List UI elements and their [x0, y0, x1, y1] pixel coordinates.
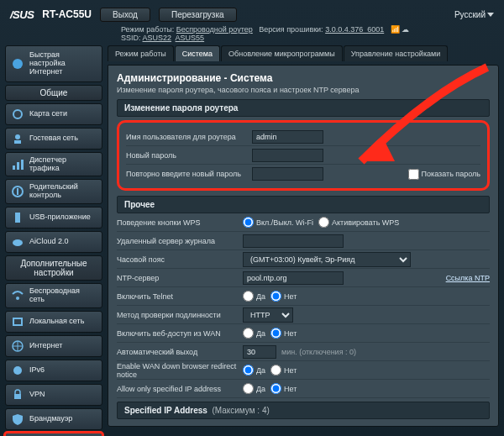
wps-activate[interactable]: Активировать WPS [318, 217, 399, 228]
onlyip-yes[interactable]: Да [243, 383, 265, 394]
telnet-no[interactable]: Нет [270, 291, 297, 302]
cloud-icon: ☁ [402, 25, 409, 34]
ipv6-icon [11, 364, 24, 377]
shield-icon [11, 412, 24, 426]
auth-select[interactable]: HTTP [243, 307, 293, 323]
map-icon [11, 108, 24, 121]
onlyip-label: Allow only specified IP address [117, 385, 243, 393]
svg-rect-6 [21, 160, 24, 170]
traffic-icon [11, 158, 24, 171]
tz-label: Часовой пояс [117, 255, 243, 264]
globe-icon [11, 339, 24, 353]
app-icon: 📶 [391, 25, 400, 34]
sidebar-heading-advanced: Дополнительные настройки [5, 255, 102, 281]
auth-label: Метод проверки подлинности [117, 311, 243, 319]
svg-rect-5 [17, 162, 19, 170]
autologout-input[interactable] [243, 345, 276, 359]
sidebar-item-administration[interactable]: Администри-рование [5, 433, 102, 436]
autologout-hint: мин. (отключения : 0) [281, 348, 356, 356]
svg-point-11 [16, 297, 19, 300]
ntp-input[interactable] [243, 271, 344, 285]
section-misc: Прочее [117, 196, 490, 213]
newpass-label: Новый пароль [126, 151, 252, 160]
section-password: Изменение пароля роутера [117, 99, 490, 117]
svg-rect-8 [17, 188, 18, 195]
svg-rect-15 [14, 394, 21, 399]
showpass-checkbox[interactable]: Показать пароль [408, 169, 480, 180]
wan-yes[interactable]: Да [243, 328, 265, 339]
redir-label: Enable WAN down browser redirect notice [117, 362, 243, 379]
username-input[interactable] [252, 130, 323, 144]
sidebar-item-ipv6[interactable]: IPv6 [5, 360, 102, 381]
language-label: Русский [454, 10, 486, 19]
sidebar-item-parental[interactable]: Родительский контроль [5, 179, 102, 204]
svg-point-14 [13, 366, 22, 375]
page-subtitle: Изменение пароля роутера, часового пояса… [117, 86, 490, 94]
sidebar-item-lan[interactable]: Локальная сеть [5, 311, 102, 333]
logo: /SUS [10, 8, 34, 21]
timezone-select[interactable]: (GMT+03:00) Кувейт, Эр-Рияд [243, 252, 411, 267]
page-title: Администрирование - Система [117, 72, 490, 84]
section-spec-ip: Specified IP Address (Макcимум : 4) [117, 402, 490, 419]
svg-point-1 [13, 110, 22, 118]
sidebar-item-guest[interactable]: Гостевая сеть [5, 128, 102, 150]
svg-point-10 [13, 239, 23, 246]
onlyip-no[interactable]: Нет [270, 383, 297, 394]
sidebar-item-usb[interactable]: USB-приложение [5, 207, 102, 229]
parental-icon [11, 185, 24, 198]
wanaccess-label: Включить веб-доступ из WAN [117, 329, 243, 338]
vpn-icon [11, 388, 24, 402]
newpass-input[interactable] [252, 149, 323, 162]
wps-label: Поведение кнопки WPS [117, 218, 243, 227]
svg-rect-9 [15, 213, 20, 223]
wizard-icon [11, 57, 24, 71]
confirmpass-input[interactable] [252, 167, 323, 181]
tab-opmode[interactable]: Режим работы [108, 45, 174, 61]
tab-system[interactable]: Система [175, 45, 220, 61]
tab-firmware[interactable]: Обновление микропрограммы [221, 45, 343, 61]
quick-setup-button[interactable]: Быстрая настройка Интернет [5, 45, 102, 82]
redir-no[interactable]: Нет [270, 365, 297, 376]
telnet-yes[interactable]: Да [243, 291, 265, 302]
sidebar-item-wireless[interactable]: Беспроводная сеть [5, 283, 102, 308]
ntp-label: NTP-сервер [117, 274, 243, 282]
password-form: Имя пользователя для роутера Новый парол… [117, 120, 490, 191]
sidebar-item-firewall[interactable]: Брандмауэр [5, 408, 102, 430]
reboot-button[interactable]: Перезагрузка [159, 8, 237, 22]
log-server-input[interactable] [243, 234, 344, 248]
language-dropdown[interactable]: Русский [454, 10, 494, 19]
cloud-icon [11, 235, 24, 249]
sidebar-item-networkmap[interactable]: Карта сети [5, 103, 102, 125]
svg-rect-3 [14, 140, 21, 144]
wan-no[interactable]: Нет [270, 328, 297, 339]
sidebar-item-wan[interactable]: Интернет [5, 335, 102, 357]
sidebar-item-vpn[interactable]: VPN [5, 384, 102, 406]
telnet-label: Включить Telnet [117, 292, 243, 301]
chevron-down-icon [487, 13, 494, 17]
svg-rect-12 [13, 318, 22, 325]
ntp-link[interactable]: Ссылка NTP [446, 274, 490, 282]
redir-yes[interactable]: Да [243, 365, 265, 376]
guest-icon [11, 132, 24, 145]
log-label: Удаленный сервер журнала [117, 237, 243, 245]
autologout-label: Автоматический выход [117, 348, 243, 356]
model: RT-AC55U [42, 8, 92, 20]
svg-point-0 [13, 59, 23, 69]
usb-icon [11, 211, 24, 224]
sidebar-heading-general: Общие [5, 85, 102, 101]
tab-settings[interactable]: Управление настройками [344, 45, 449, 61]
sidebar-item-aicloud[interactable]: AiCloud 2.0 [5, 231, 102, 253]
logout-button[interactable]: Выход [100, 8, 150, 22]
wps-toggle-wifi[interactable]: Вкл./Выкл. Wi-Fi [243, 217, 313, 228]
status-bar: Режим работы: Беспроводной роутер Версия… [5, 24, 499, 42]
svg-rect-4 [13, 165, 15, 170]
lan-icon [11, 315, 24, 328]
sidebar-item-traffic[interactable]: Диспетчер трафика [5, 152, 102, 177]
username-label: Имя пользователя для роутера [126, 133, 252, 141]
svg-point-2 [15, 134, 20, 139]
wifi-icon [11, 289, 24, 302]
confirmpass-label: Повторно введите новый пароль [126, 170, 252, 178]
